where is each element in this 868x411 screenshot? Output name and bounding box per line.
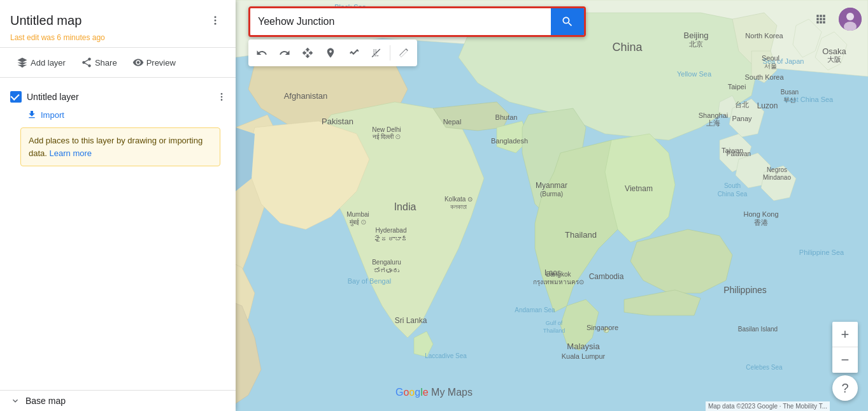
svg-text:Luzon: Luzon [757, 101, 778, 110]
search-input[interactable] [250, 11, 551, 32]
svg-text:Philippine Sea: Philippine Sea [799, 249, 844, 256]
svg-text:Hyderabad: Hyderabad [376, 227, 407, 234]
svg-text:Bangkok: Bangkok [546, 271, 572, 278]
svg-point-92 [221, 96, 223, 98]
layer-more-options-button[interactable] [213, 88, 231, 106]
preview-button[interactable]: Preview [126, 53, 182, 72]
svg-text:Palawan: Palawan [727, 150, 751, 157]
svg-text:Taipei: Taipei [728, 83, 746, 90]
zoom-out-button[interactable]: − [832, 347, 858, 373]
svg-text:India: India [394, 201, 416, 212]
svg-point-93 [221, 99, 223, 101]
undo-icon [256, 47, 267, 59]
svg-text:กรุงเทพมหานคร⊙: กรุงเทพมหานคร⊙ [533, 278, 584, 286]
svg-text:台北: 台北 [735, 101, 749, 108]
draw-line-button[interactable] [343, 42, 364, 64]
left-panel: Untitled map Last edit was 6 minutes ago… [0, 0, 236, 411]
search-wrapper [248, 6, 586, 37]
svg-point-88 [215, 23, 217, 25]
svg-text:Afghanistan: Afghanistan [284, 91, 328, 101]
svg-text:Bhutan: Bhutan [495, 113, 518, 121]
pan-icon [302, 47, 313, 59]
chevron-down-icon [10, 396, 20, 406]
map-title-row: Untitled map [10, 10, 225, 31]
help-button[interactable]: ? [832, 375, 858, 401]
share-label: Share [95, 58, 117, 68]
svg-text:New Delhi: New Delhi [372, 126, 401, 133]
svg-text:Yellow Sea: Yellow Sea [677, 70, 712, 78]
import-button[interactable]: Import [10, 108, 69, 121]
svg-text:Mumbai: Mumbai [346, 211, 369, 218]
svg-text:Sri Lanka: Sri Lanka [395, 316, 427, 325]
zoom-in-button[interactable]: + [832, 322, 858, 347]
svg-text:Hong Kong: Hong Kong [743, 210, 778, 218]
layer-header: Untitled layer [10, 85, 231, 108]
layer-item: Untitled layer Import Add places to t [0, 83, 236, 175]
svg-text:హైదరాబాద్: హైదరాబాద్ [374, 235, 408, 242]
svg-text:Kolkata ⊙: Kolkata ⊙ [445, 196, 473, 203]
redo-button[interactable] [274, 42, 295, 64]
preview-icon [132, 57, 144, 68]
svg-text:Negros: Negros [767, 166, 787, 173]
svg-text:मुंबई ⊙: मुंबई ⊙ [349, 219, 366, 226]
svg-text:Bengaluru: Bengaluru [372, 259, 401, 266]
base-map-section[interactable]: Base map [0, 390, 236, 411]
svg-text:Pakistan: Pakistan [322, 117, 353, 126]
svg-text:Busan: Busan [781, 89, 799, 96]
measure-button[interactable] [366, 42, 387, 64]
svg-point-87 [215, 20, 217, 22]
learn-more-link[interactable]: Learn more [50, 148, 92, 158]
undo-button[interactable] [251, 42, 273, 64]
search-bar-container [248, 6, 830, 37]
search-button[interactable] [551, 8, 584, 35]
svg-text:Basilan Island: Basilan Island [738, 326, 778, 333]
apps-grid-button[interactable] [808, 6, 834, 32]
ruler-icon [398, 47, 409, 59]
svg-text:서울: 서울 [764, 62, 777, 69]
svg-text:Malaysia: Malaysia [567, 342, 600, 351]
last-edit-label: Last edit was 6 minutes ago [10, 33, 225, 42]
add-layer-icon [17, 57, 28, 68]
svg-text:Gulf of: Gulf of [546, 320, 563, 326]
panel-actions: Add layer Share Preview [0, 48, 236, 78]
svg-text:কলকাতা: কলকাতা [450, 203, 467, 210]
svg-text:Shanghai: Shanghai [699, 112, 729, 119]
avatar-image [839, 8, 862, 31]
svg-point-86 [215, 16, 217, 18]
svg-text:Bangladesh: Bangladesh [491, 137, 528, 145]
ruler-button[interactable] [393, 42, 415, 64]
svg-point-91 [221, 93, 223, 95]
import-label: Import [41, 110, 64, 120]
svg-text:Singapore: Singapore [587, 324, 618, 331]
top-right-controls [808, 6, 862, 32]
add-layer-button[interactable]: Add layer [10, 53, 72, 72]
svg-text:(Burma): (Burma) [540, 191, 563, 198]
svg-text:Kuala Lumpur: Kuala Lumpur [562, 352, 606, 360]
share-button[interactable]: Share [75, 53, 124, 72]
svg-text:South Korea: South Korea [744, 73, 784, 81]
svg-text:Philippines: Philippines [723, 285, 767, 295]
svg-text:Mindanao: Mindanao [763, 174, 791, 181]
measure-icon [371, 47, 382, 59]
search-icon [561, 15, 574, 28]
svg-text:Andaman Sea: Andaman Sea [515, 306, 555, 314]
zoom-controls: + − [832, 322, 858, 373]
svg-text:China Sea: China Sea [718, 191, 748, 198]
svg-text:ಬೆಂಗಳೂರು: ಬೆಂಗಳೂರು [374, 267, 399, 274]
avatar[interactable] [839, 8, 862, 31]
svg-text:South: South [724, 182, 741, 189]
toolbar [248, 40, 417, 66]
layer-more-vert-icon [217, 92, 227, 102]
svg-text:Celebes Sea: Celebes Sea [746, 364, 783, 371]
draw-line-icon [348, 47, 359, 59]
base-map-label: Base map [25, 396, 66, 406]
svg-text:Bay of Bengal: Bay of Bengal [348, 277, 392, 285]
map-title: Untitled map [10, 13, 82, 28]
pan-button[interactable] [297, 42, 318, 64]
svg-text:上海: 上海 [706, 119, 720, 127]
svg-text:Thailand: Thailand [543, 328, 566, 334]
layer-checkbox[interactable] [10, 91, 22, 103]
svg-text:Panay: Panay [732, 115, 752, 122]
map-more-options-button[interactable] [205, 10, 225, 31]
marker-button[interactable] [320, 42, 341, 64]
